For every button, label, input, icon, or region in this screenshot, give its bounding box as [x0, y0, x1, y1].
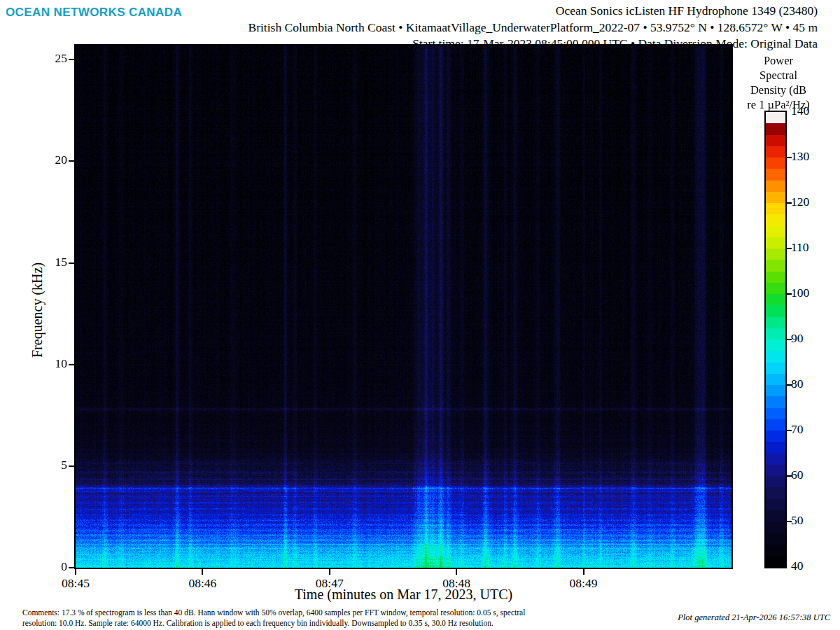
- header-line-device: Ocean Sonics icListen HF Hydrophone 1349…: [248, 3, 818, 20]
- spectrogram-page: OCEAN NETWORKS CANADA Ocean Sonics icLis…: [0, 0, 840, 630]
- colorbar: [764, 111, 787, 568]
- colorbar-tick-label: 50: [791, 513, 833, 528]
- x-tick-mark: [456, 569, 457, 575]
- y-tick-label: 0: [25, 559, 67, 574]
- colorbar-tick-label: 60: [791, 468, 833, 482]
- x-tick-mark: [329, 569, 330, 575]
- colorbar-tick-label: 70: [791, 422, 833, 437]
- colorbar-tick-label: 90: [791, 331, 833, 346]
- x-tick-mark: [75, 569, 76, 575]
- generated-timestamp: Plot generated 21-Apr-2026 16:57:38 UTC: [678, 612, 830, 623]
- y-tick-label: 20: [25, 153, 67, 167]
- colorbar-tick-label: 130: [791, 149, 833, 164]
- colorbar-tick-label: 110: [791, 240, 833, 255]
- colorbar-tick-label: 80: [791, 377, 833, 391]
- x-tick-mark: [583, 569, 584, 575]
- y-tick-mark: [69, 567, 74, 568]
- x-tick-mark: [202, 569, 203, 575]
- header-line-location: British Columbia North Coast • KitamaatV…: [248, 20, 818, 36]
- colorbar-tick-label: 100: [791, 286, 833, 300]
- y-tick-label: 25: [25, 51, 67, 66]
- colorbar-title: Power Spectral Density (dB re 1 µPa²/Hz): [729, 53, 827, 112]
- plot-area: [74, 44, 733, 569]
- x-axis-label: Time (minutes on Mar 17, 2023, UTC): [76, 587, 732, 603]
- onc-logo: OCEAN NETWORKS CANADA: [6, 6, 182, 20]
- y-tick-mark: [69, 160, 74, 162]
- y-tick-mark: [69, 465, 74, 467]
- y-tick-mark: [69, 262, 74, 264]
- y-tick-label: 10: [25, 356, 67, 371]
- y-axis-label: Frequency (kHz): [28, 174, 46, 447]
- y-tick-mark: [69, 59, 74, 60]
- colorbar-tick-label: 40: [791, 559, 833, 573]
- comments-text: Comments: 17.3 % of spectrogram is less …: [22, 608, 624, 629]
- colorbar-gradient: [766, 112, 785, 567]
- y-tick-mark: [69, 364, 74, 365]
- spectrogram-heatmap: [76, 46, 732, 568]
- y-tick-label: 5: [25, 458, 67, 472]
- y-tick-label: 15: [25, 255, 67, 270]
- colorbar-tick-label: 120: [791, 195, 833, 209]
